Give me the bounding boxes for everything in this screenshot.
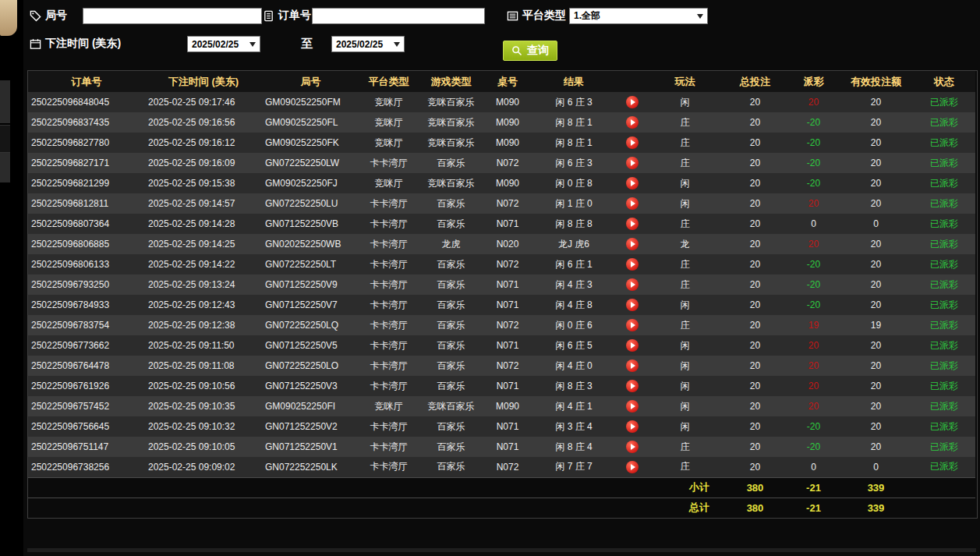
cell-payout: 20 xyxy=(788,335,839,356)
cell-result: 闲 8 庄 1 xyxy=(531,133,617,153)
play-video-button[interactable] xyxy=(626,461,639,473)
cell-valid-bet: 20 xyxy=(839,416,913,437)
cell-result: 闲 8 庄 1 xyxy=(531,112,617,133)
cell-play xyxy=(617,457,648,477)
cell-bet-time: 2025-02-25 09:14:25 xyxy=(145,234,262,254)
cell-play-type: 庄 xyxy=(648,315,722,335)
play-video-button[interactable] xyxy=(626,420,639,433)
cell-result: 闲 4 庄 3 xyxy=(531,274,617,295)
cell-platform: 卡卡湾厅 xyxy=(359,376,418,396)
play-video-button[interactable] xyxy=(626,96,639,108)
cell-valid-bet: 20 xyxy=(839,173,913,193)
play-video-button[interactable] xyxy=(626,299,639,311)
platform-type-selected-value: 1.全部 xyxy=(570,9,697,23)
play-video-button[interactable] xyxy=(626,278,639,291)
cell-table-no: N020 xyxy=(484,234,531,254)
sidebar-collapsed-block xyxy=(0,80,10,123)
cell-bet-time: 2025-02-25 09:10:05 xyxy=(145,437,262,457)
date-to-select[interactable]: 2025/02/25 xyxy=(331,36,405,52)
platform-type-select[interactable]: 1.全部 xyxy=(569,8,708,24)
play-video-button[interactable] xyxy=(626,157,639,169)
cell-game-type: 百家乐 xyxy=(418,254,484,274)
col-header-platform-type: 平台类型 xyxy=(359,71,418,92)
cell-order-no: 250225096807364 xyxy=(28,214,145,234)
cell-payout: 20 xyxy=(788,396,839,416)
cell-result: 闲 4 庄 8 xyxy=(531,295,617,315)
play-video-button[interactable] xyxy=(626,116,639,129)
cell-platform: 卡卡湾厅 xyxy=(359,437,418,457)
play-video-button[interactable] xyxy=(626,218,639,230)
cell-valid-bet: 20 xyxy=(839,193,913,214)
cell-table-no: M090 xyxy=(484,173,531,193)
cell-valid-bet: 19 xyxy=(839,315,913,335)
tag-icon xyxy=(30,10,41,22)
play-video-button[interactable] xyxy=(626,238,639,250)
cell-valid-bet: 0 xyxy=(839,457,913,477)
cell-status: 已派彩 xyxy=(913,193,975,214)
cell-play xyxy=(617,112,648,133)
cell-total-bet: 20 xyxy=(722,92,788,112)
cell-order-no: 250225096837435 xyxy=(28,112,145,133)
play-video-button[interactable] xyxy=(626,339,639,352)
cell-game-type: 龙虎 xyxy=(418,234,484,254)
cell-play-type: 闲 xyxy=(648,92,722,112)
cell-round-no: GN072252250LQ xyxy=(262,315,359,335)
date-from-select[interactable]: 2025/02/25 xyxy=(187,36,260,52)
cell-result: 闲 8 庄 8 xyxy=(531,214,617,234)
horizontal-scrollbar[interactable] xyxy=(27,548,976,552)
cell-round-no: GM090252250FI xyxy=(262,396,359,416)
cell-result: 闲 6 庄 5 xyxy=(531,335,617,356)
sidebar-toggle-tab[interactable] xyxy=(0,0,17,36)
cell-total-bet: 20 xyxy=(722,396,788,416)
play-video-button[interactable] xyxy=(626,197,639,210)
summary-status-empty xyxy=(913,477,975,498)
query-button-label: 查询 xyxy=(527,44,549,58)
play-video-button[interactable] xyxy=(626,400,639,413)
round-number-input[interactable] xyxy=(83,8,262,24)
cell-game-type: 百家乐 xyxy=(418,356,484,376)
cell-total-bet: 20 xyxy=(722,416,788,437)
cell-play xyxy=(617,254,648,274)
cell-total-bet: 20 xyxy=(722,153,788,173)
cell-play-type: 庄 xyxy=(648,274,722,295)
cell-order-no: 250225096773662 xyxy=(28,335,145,356)
play-video-button[interactable] xyxy=(626,319,639,331)
play-video-button[interactable] xyxy=(626,380,639,392)
calendar-icon xyxy=(30,38,41,50)
chevron-down-icon xyxy=(697,14,703,19)
order-number-input[interactable] xyxy=(312,8,485,24)
cell-bet-time: 2025-02-25 09:13:24 xyxy=(145,274,262,295)
cell-play-type: 闲 xyxy=(648,173,722,193)
play-video-button[interactable] xyxy=(626,177,639,189)
cell-game-type: 竞咪百家乐 xyxy=(418,133,484,153)
play-video-button[interactable] xyxy=(626,359,639,372)
cell-table-no: M090 xyxy=(484,133,531,153)
cell-play xyxy=(617,214,648,234)
cell-game-type: 百家乐 xyxy=(418,153,484,173)
col-header-play xyxy=(617,71,648,92)
sidebar-collapsed-block xyxy=(0,153,10,182)
cell-bet-time: 2025-02-25 09:09:02 xyxy=(145,457,262,477)
cell-order-no: 250225096757452 xyxy=(28,396,145,416)
play-video-button[interactable] xyxy=(626,136,639,149)
cell-order-no: 250225096756645 xyxy=(28,416,145,437)
col-header-round-no: 局号 xyxy=(262,71,359,92)
cell-round-no: GN072252250LW xyxy=(262,153,359,173)
cell-status: 已派彩 xyxy=(913,133,975,153)
cell-bet-time: 2025-02-25 09:15:38 xyxy=(145,173,262,193)
cell-table-no: M090 xyxy=(484,92,531,112)
cell-order-no: 250225096738256 xyxy=(28,457,145,477)
summary-total-bet: 380 xyxy=(722,498,788,518)
cell-payout: -20 xyxy=(788,416,839,437)
cell-platform: 竞咪厅 xyxy=(359,173,418,193)
play-video-button[interactable] xyxy=(626,441,639,453)
cell-round-no: GN072252250LU xyxy=(262,193,359,214)
cell-total-bet: 20 xyxy=(722,173,788,193)
cell-platform: 卡卡湾厅 xyxy=(359,214,418,234)
order-number-filter-label: 订单号 xyxy=(263,9,311,23)
cell-round-no: GN072252250LT xyxy=(262,254,359,274)
platform-type-filter-label: 平台类型 xyxy=(507,9,566,23)
play-video-button[interactable] xyxy=(626,258,639,271)
play-icon xyxy=(631,200,635,207)
query-button[interactable]: 查询 xyxy=(503,41,557,61)
